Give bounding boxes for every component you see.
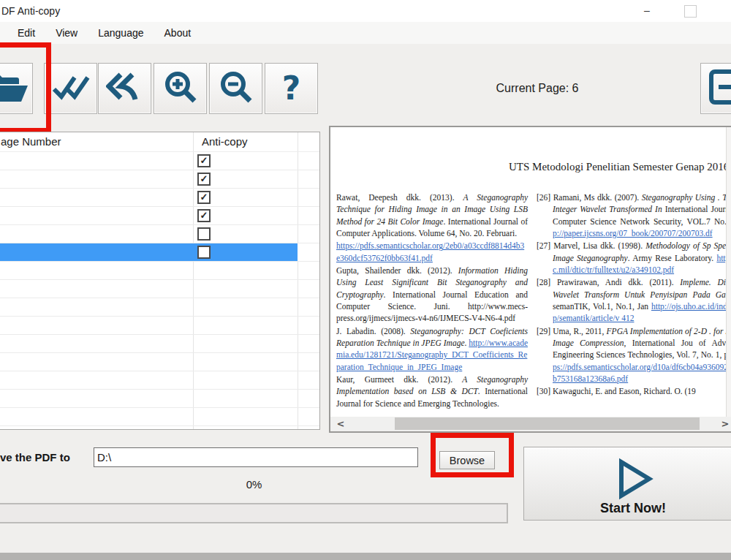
anti-copy-checkbox[interactable] [197,246,211,259]
start-now-label: Start Now! [529,501,731,516]
window-bottom-edge [0,553,731,560]
help-button[interactable]: ? [265,63,318,114]
reference-entry: [29] Uma, R., 2011, FPGA Implementation … [537,325,731,385]
reference-entry: [27] Marvel, Lisa dkk. (1998). Methodolo… [537,240,731,276]
reference-text: Gupta, Shailender dkk. (2012). [336,266,458,275]
table-row[interactable] [0,243,319,262]
reference-text: . Army Rese Laboratory. [628,254,717,262]
window-title: DF Anti-copy [1,5,60,17]
pdf-column-left: Rawat, Deepesh dkk. (2013). A Steganogra… [336,192,528,410]
reference-text: [26] Ramani, Ms dkk. (2007). [537,193,642,202]
reference-entry: [30] Kawaguchi, E. and Eason, Richard. O… [537,385,731,397]
question-mark-icon: ? [282,72,301,105]
table-row-empty[interactable] [0,371,319,390]
table-row[interactable]: ✓ [0,170,319,189]
reference-entry: [28] Prawirawan, Andi dkk. (2011). Imple… [537,276,731,324]
table-row-empty[interactable] [0,280,319,298]
anti-copy-checkbox[interactable]: ✓ [197,209,211,222]
reference-link: https://pdfs.semanticscholar.org/2eb0/a0… [336,241,524,262]
anti-copy-checkbox[interactable] [197,227,211,241]
scroll-right-icon[interactable]: > [719,418,731,430]
open-folder-icon [0,71,29,106]
progress-bar [0,503,508,523]
reference-entry: [26] Ramani, Ms dkk. (2007). Steganograp… [537,192,731,239]
undo-arrows-icon [106,72,144,105]
scrollbar-thumb[interactable] [395,417,700,430]
titlebar: DF Anti-copy – [0,0,731,22]
table-row-empty[interactable] [0,262,319,280]
table-row-empty[interactable] [0,353,319,371]
preview-vertical-scrollbar[interactable] [726,127,731,418]
reference-text: Rawat, Deepesh dkk. (2013). [336,193,463,202]
menubar: Edit View Language About [0,22,731,44]
apply-all-button[interactable] [44,63,97,114]
anti-copy-checkbox[interactable]: ✓ [197,173,211,186]
reference-text: [27] Marvel, Lisa dkk. (1998). [537,241,645,250]
progress-percent-label: 0% [0,478,508,491]
reference-text: [30] Kawaguchi, E. and Eason, Richard. O… [537,387,696,396]
page-table: age Number Anti-copy ✓✓✓✓ [0,132,320,430]
pdf-column-right: [26] Ramani, Ms dkk. (2007). Steganograp… [537,192,731,410]
export-arrow-icon [708,69,731,108]
column-header-anti-copy: Anti-copy [202,135,248,148]
menu-view[interactable]: View [56,27,77,39]
menu-about[interactable]: About [164,27,192,39]
table-header: age Number Anti-copy [0,132,319,152]
open-file-button[interactable] [0,63,33,114]
zoom-in-icon [164,70,197,107]
anti-copy-checkbox[interactable]: ✓ [197,154,211,167]
start-now-button[interactable]: Start Now! [523,447,731,521]
preview-horizontal-scrollbar[interactable]: < > [330,417,731,431]
table-row[interactable]: ✓ [0,152,319,170]
table-row-empty[interactable] [0,390,319,408]
menu-edit[interactable]: Edit [18,27,35,39]
current-page-label: Current Page: 6 [453,63,621,114]
scroll-left-icon[interactable]: < [335,418,346,430]
toolbar: ? Current Page: 6 [0,44,731,126]
pdf-preview-pane: UTS Metodologi Penelitian Semester Genap… [329,126,731,433]
double-check-icon [52,72,90,105]
reference-text: J. Labadin. (2008). [336,327,410,336]
table-row-empty[interactable] [0,317,319,335]
column-header-page-number: age Number [1,135,61,148]
reference-entry: Rawat, Deepesh dkk. (2013). A Steganogra… [336,192,528,239]
reference-text: Kaur, Gurmeet dkk. (2012). [336,375,462,384]
zoom-out-button[interactable] [209,63,262,114]
reference-text: [29] Uma, R., 2011, [537,327,607,336]
table-row-empty[interactable] [0,298,319,317]
undo-button[interactable] [98,63,151,114]
zoom-out-icon [219,70,253,107]
reference-entry: Gupta, Shailender dkk. (2012). Informati… [336,265,528,325]
pdf-references: Rawat, Deepesh dkk. (2013). A Steganogra… [336,192,731,410]
table-row-empty[interactable] [0,426,319,430]
minimize-button[interactable]: – [639,4,655,18]
table-row-empty[interactable] [0,335,319,353]
table-row-empty[interactable] [0,408,319,426]
reference-text: [28] Prawirawan, Andi dkk. (2011). [537,278,680,287]
reference-entry: J. Labadin. (2008). Steganography: DCT C… [336,325,528,373]
table-rows: ✓✓✓✓ [0,152,319,430]
export-button[interactable] [700,63,731,114]
maximize-button[interactable] [684,5,697,18]
save-path-input[interactable] [94,447,418,467]
reference-entry: https://pdfs.semanticscholar.org/2eb0/a0… [336,240,528,264]
zoom-in-button[interactable] [154,63,207,114]
table-row[interactable] [0,225,319,243]
reference-entry: Kaur, Gurmeet dkk. (2012). A Steganograp… [336,374,528,409]
browse-button[interactable]: Browse [439,451,495,469]
save-pdf-label: ve the PDF to [0,451,70,463]
pdf-page-header: UTS Metodologi Penelitian Semester Genap… [509,161,731,173]
anti-copy-checkbox[interactable]: ✓ [197,191,211,204]
table-row[interactable]: ✓ [0,207,319,225]
table-row[interactable]: ✓ [0,189,319,207]
play-icon [529,458,731,502]
menu-language[interactable]: Language [98,27,143,39]
